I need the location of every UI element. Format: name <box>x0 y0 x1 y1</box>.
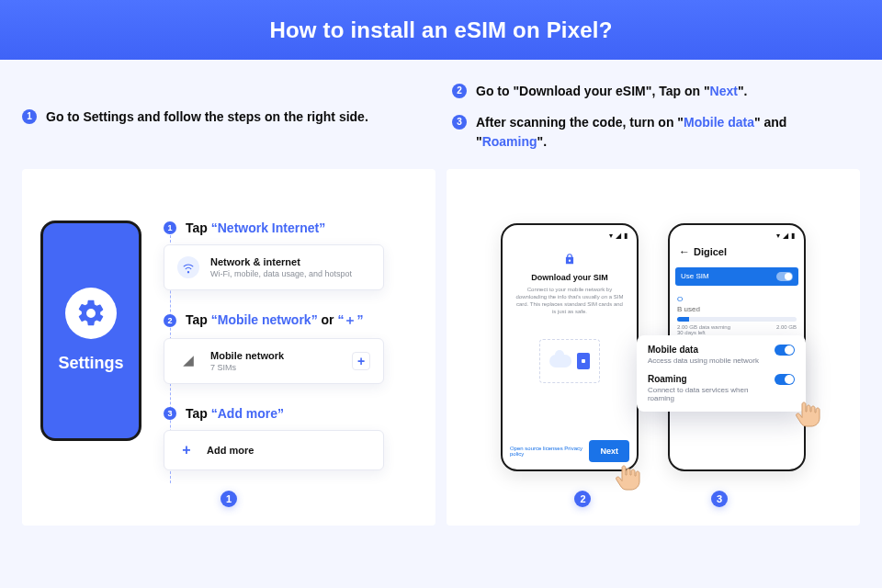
status-time <box>512 232 514 239</box>
download-sim-subtitle: Connect to your mobile network by downlo… <box>515 286 624 315</box>
wifi-icon: ▾ <box>776 232 780 240</box>
use-sim-row[interactable]: Use SIM <box>675 267 798 286</box>
intro-step-2-text: Go to "Download your eSIM", Tap on "Next… <box>476 82 747 100</box>
carrier-title: Digicel <box>694 246 727 257</box>
card-add-more[interactable]: + Add more <box>164 430 384 470</box>
card-mobile-network[interactable]: Mobile network 7 SIMs + <box>164 338 384 384</box>
roaming-title: Roaming <box>648 374 767 384</box>
status-icons: ▾ ◢ ▮ <box>609 232 628 240</box>
download-sim-footer: Open source licenses Privacy policy Next <box>510 440 629 462</box>
legal-links[interactable]: Open source licenses Privacy policy <box>510 446 589 457</box>
phone-download-sim: ▾ ◢ ▮ Download your SIM Connect to your … <box>501 223 639 471</box>
step-mobile-network: 2 Tap “Mobile network” or “＋” Mobile net… <box>164 312 384 384</box>
sim-icon <box>577 353 590 369</box>
back-arrow-icon[interactable]: ← <box>679 245 690 258</box>
battery-icon: ▮ <box>624 232 628 240</box>
step-number-1: 1 <box>164 221 176 234</box>
intro-left: 1 Go to Settings and follow the steps on… <box>22 82 430 151</box>
highlight-roaming: Roaming <box>482 134 537 149</box>
use-sim-toggle[interactable] <box>776 272 793 281</box>
wifi-icon <box>177 256 199 278</box>
step-number-2: 2 <box>164 314 176 327</box>
step-badge-3: 3 <box>452 115 467 130</box>
step-badge-1: 1 <box>22 109 37 124</box>
highlight-mobile-data: Mobile data <box>684 115 754 130</box>
download-sim-title: Download your SIM <box>531 273 608 282</box>
intro-right: 2 Go to "Download your eSIM", Tap on "Ne… <box>452 82 860 151</box>
roaming-toggle[interactable] <box>775 374 795 385</box>
card-title: Network & internet <box>210 256 352 267</box>
panel-1: Settings 1 Tap “Network Internet” Netw <box>22 169 435 526</box>
panel-2: ▾ ◢ ▮ Download your SIM Connect to your … <box>447 169 860 526</box>
card-title: Mobile network <box>210 350 284 361</box>
mobile-data-toggle[interactable] <box>775 345 795 356</box>
toggle-overlay-card: Mobile data Access data using mobile net… <box>637 335 806 412</box>
step-3-head: 3 Tap “Add more” <box>164 406 384 421</box>
panels: Settings 1 Tap “Network Internet” Netw <box>0 151 882 548</box>
highlight-next: Next <box>710 84 738 98</box>
panel-2-foot-badge-3: 3 <box>711 491 728 507</box>
signal-icon <box>177 350 199 372</box>
card-subtitle: 7 SIMs <box>210 363 284 372</box>
gauge-label: O <box>677 295 797 303</box>
next-button[interactable]: Next <box>589 440 629 462</box>
page-title: How to install an eSIM on Pixel? <box>269 17 612 43</box>
gauge-tick-right: 2.00 GB <box>776 324 797 335</box>
step-1-head: 1 Tap “Network Internet” <box>164 220 384 235</box>
intro-step-3-text: After scanning the code, turn on "Mobile… <box>476 113 860 151</box>
card-subtitle: Wi-Fi, mobile, data usage, and hotspot <box>210 269 352 278</box>
plus-icon: + <box>177 442 196 458</box>
appbar: ← Digicel <box>675 240 798 267</box>
status-icons: ▾ ◢ ▮ <box>776 232 795 240</box>
settings-label: Settings <box>58 354 123 373</box>
step-2-head: 2 Tap “Mobile network” or “＋” <box>164 312 384 329</box>
gauge-value: B used <box>677 305 797 313</box>
step-network-internet: 1 Tap “Network Internet” Network & inter… <box>164 220 384 290</box>
add-plus-button[interactable]: + <box>352 352 370 370</box>
use-sim-label: Use SIM <box>681 272 709 280</box>
data-usage-gauge: O B used 2.00 GB data warning 30 days le… <box>675 295 798 335</box>
row-mobile-data[interactable]: Mobile data Access data using mobile net… <box>648 345 795 365</box>
mobile-data-subtitle: Access data using mobile network <box>648 356 759 365</box>
wifi-icon: ▾ <box>609 232 613 240</box>
status-bar: ▾ ◢ ▮ <box>508 232 631 240</box>
intro-step-1-text: Go to Settings and follow the steps on t… <box>46 107 368 126</box>
phone-sim-settings: ▾ ◢ ▮ ← Digicel Use SIM O B used 2.00 GB… <box>668 223 806 471</box>
step-2-text: Tap “Mobile network” or “＋” <box>186 312 363 329</box>
step-3-text: Tap “Add more” <box>186 406 284 421</box>
card-title: Add more <box>207 445 254 456</box>
step-badge-2: 2 <box>452 84 467 98</box>
step-1-text: Tap “Network Internet” <box>186 220 325 235</box>
gauge-tick-left: 2.00 GB data warning 30 days left <box>677 324 730 335</box>
intro-step-3: 3 After scanning the code, turn on "Mobi… <box>452 113 860 151</box>
intro-section: 1 Go to Settings and follow the steps on… <box>0 60 882 151</box>
mobile-data-title: Mobile data <box>648 345 759 355</box>
gear-icon <box>65 288 117 339</box>
pointer-hand-icon <box>613 460 642 493</box>
steps-column: 1 Tap “Network Internet” Network & inter… <box>164 220 384 509</box>
status-bar: ▾ ◢ ▮ <box>675 232 798 240</box>
sim-illustration <box>539 339 600 383</box>
row-roaming[interactable]: Roaming Connect to data services when ro… <box>648 374 795 402</box>
step-add-more: 3 Tap “Add more” + Add more <box>164 406 384 470</box>
signal-icon: ◢ <box>783 232 788 240</box>
lock-icon <box>563 253 576 266</box>
settings-phone: Settings <box>40 220 141 441</box>
panel-1-foot-badge: 1 <box>220 491 237 507</box>
intro-step-2: 2 Go to "Download your eSIM", Tap on "Ne… <box>452 82 860 100</box>
roaming-subtitle: Connect to data services when roaming <box>648 386 767 402</box>
page-header: How to install an eSIM on Pixel? <box>0 0 882 60</box>
intro-step-1: 1 Go to Settings and follow the steps on… <box>22 107 430 126</box>
step-number-3: 3 <box>164 407 176 420</box>
cloud-icon <box>549 355 571 368</box>
card-network-internet[interactable]: Network & internet Wi-Fi, mobile, data u… <box>164 244 384 290</box>
signal-icon: ◢ <box>616 232 621 240</box>
download-sim-body: Download your SIM Connect to your mobile… <box>508 240 631 383</box>
battery-icon: ▮ <box>791 232 795 240</box>
panel-2-foot-badge-2: 2 <box>574 491 591 507</box>
